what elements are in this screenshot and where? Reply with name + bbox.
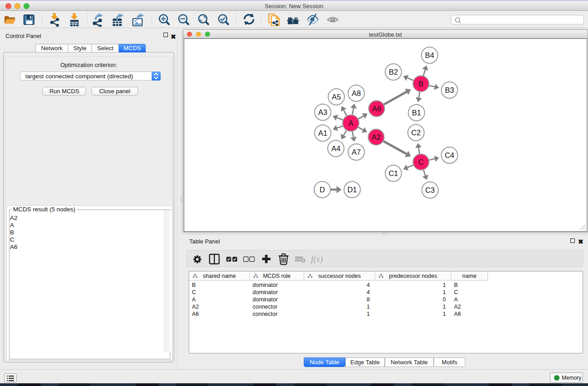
svg-text:C3: C3 <box>425 186 435 194</box>
svg-text:C: C <box>418 158 424 166</box>
svg-text:C1: C1 <box>388 169 398 177</box>
svg-text:A1: A1 <box>318 129 327 137</box>
svg-text:B4: B4 <box>425 51 434 59</box>
svg-text:A6: A6 <box>372 105 381 113</box>
svg-text:A7: A7 <box>352 148 361 156</box>
svg-text:C4: C4 <box>445 151 454 159</box>
svg-text:D1: D1 <box>347 186 357 194</box>
svg-text:C2: C2 <box>411 129 421 137</box>
svg-text:A8: A8 <box>352 89 361 97</box>
svg-text:B2: B2 <box>389 68 398 76</box>
svg-text:B1: B1 <box>412 109 421 117</box>
svg-text:B: B <box>418 80 423 88</box>
svg-text:D: D <box>320 186 325 194</box>
svg-text:A: A <box>348 119 353 127</box>
svg-text:f(x): f(x) <box>311 254 323 264</box>
svg-text:A4: A4 <box>331 144 340 152</box>
svg-text:A2: A2 <box>372 133 381 141</box>
svg-text:A3: A3 <box>318 108 327 116</box>
svg-text:A5: A5 <box>332 93 341 101</box>
svg-text:B3: B3 <box>445 86 454 94</box>
